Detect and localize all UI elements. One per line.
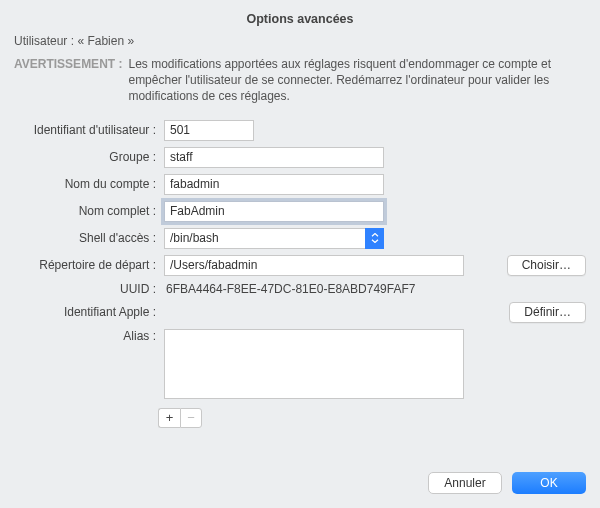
add-alias-button[interactable]: +	[158, 408, 180, 428]
login-shell-value: /bin/bash	[164, 228, 384, 249]
label-login-shell: Shell d'accès :	[14, 231, 164, 245]
label-aliases: Alias :	[14, 329, 164, 343]
full-name-input[interactable]	[164, 201, 384, 222]
label-group: Groupe :	[14, 150, 164, 164]
user-line-prefix: Utilisateur :	[14, 34, 74, 48]
home-dir-input[interactable]	[164, 255, 464, 276]
user-line-value: « Fabien »	[77, 34, 134, 48]
warning-text: Les modifications apportées aux réglages…	[128, 56, 586, 105]
dialog-footer: Annuler OK	[428, 472, 586, 494]
user-id-input[interactable]	[164, 120, 254, 141]
alias-controls: + −	[158, 408, 600, 428]
choose-button[interactable]: Choisir…	[507, 255, 586, 276]
set-button[interactable]: Définir…	[509, 302, 586, 323]
aliases-list[interactable]	[164, 329, 464, 399]
label-uuid: UUID :	[14, 282, 164, 296]
warning-block: AVERTISSEMENT : Les modifications apport…	[0, 56, 600, 117]
label-apple-id: Identifiant Apple :	[14, 305, 164, 319]
user-line: Utilisateur : « Fabien »	[0, 32, 600, 56]
dialog-title: Options avancées	[0, 0, 600, 32]
label-user-id: Identifiant d'utilisateur :	[14, 123, 164, 137]
chevron-down-icon	[365, 228, 384, 249]
label-home-dir: Répertoire de départ :	[14, 258, 164, 272]
label-full-name: Nom complet :	[14, 204, 164, 218]
remove-alias-button[interactable]: −	[180, 408, 202, 428]
account-name-input[interactable]	[164, 174, 384, 195]
uuid-value: 6FBA4464-F8EE-47DC-81E0-E8ABD749FAF7	[164, 282, 415, 296]
group-input[interactable]	[164, 147, 384, 168]
warning-label: AVERTISSEMENT :	[14, 56, 128, 105]
cancel-button[interactable]: Annuler	[428, 472, 502, 494]
login-shell-select[interactable]: /bin/bash	[164, 228, 384, 249]
label-account-name: Nom du compte :	[14, 177, 164, 191]
ok-button[interactable]: OK	[512, 472, 586, 494]
